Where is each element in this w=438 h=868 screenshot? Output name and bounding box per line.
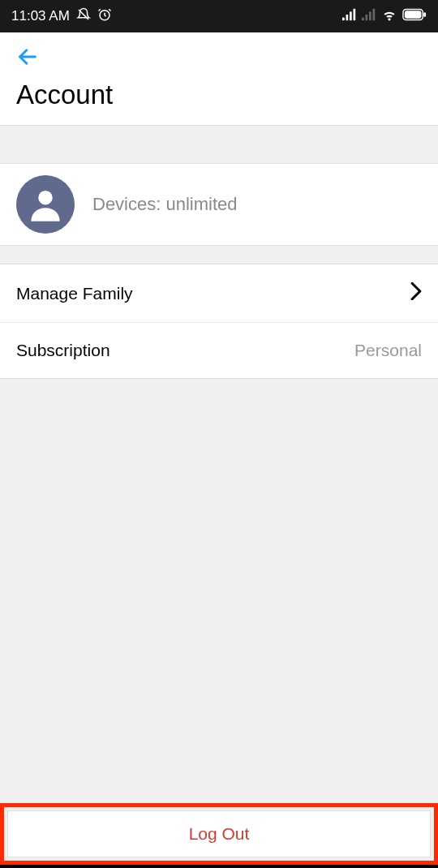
signal-1-icon (342, 8, 357, 25)
content-fill (0, 378, 438, 803)
svg-rect-11 (405, 11, 422, 18)
svg-rect-4 (350, 11, 352, 20)
svg-rect-12 (423, 12, 426, 17)
spacer (0, 245, 438, 264)
back-button[interactable] (16, 45, 39, 68)
svg-rect-7 (366, 15, 368, 20)
logout-button[interactable]: Log Out (7, 810, 431, 857)
wifi-icon (381, 8, 397, 25)
status-time: 11:03 AM (11, 8, 70, 24)
status-left: 11:03 AM (11, 7, 112, 26)
svg-rect-2 (342, 17, 345, 20)
status-bar: 11:03 AM (0, 0, 438, 32)
page-title: Account (16, 79, 422, 110)
chevron-right-icon (410, 282, 422, 304)
header: Account (0, 32, 438, 125)
spacer (0, 125, 438, 164)
svg-rect-3 (346, 15, 349, 20)
avatar (16, 175, 75, 234)
logout-highlight: Log Out (0, 803, 438, 865)
signal-2-icon (362, 8, 376, 25)
manage-family-label: Manage Family (16, 284, 133, 303)
svg-rect-9 (373, 8, 376, 19)
back-arrow-icon (16, 45, 39, 68)
alarm-icon (97, 7, 112, 26)
notification-muted-icon (76, 7, 91, 26)
status-right (342, 8, 427, 25)
bottom-strip (0, 865, 438, 868)
profile-row[interactable]: Devices: unlimited (0, 164, 438, 245)
manage-family-item[interactable]: Manage Family (0, 264, 438, 323)
devices-label: Devices: unlimited (92, 194, 238, 215)
subscription-value: Personal (354, 341, 422, 360)
battery-icon (402, 8, 427, 25)
svg-rect-5 (354, 8, 356, 19)
svg-point-14 (38, 191, 53, 205)
person-icon (25, 184, 66, 225)
subscription-item[interactable]: Subscription Personal (0, 323, 438, 378)
svg-rect-6 (362, 17, 364, 20)
svg-rect-8 (369, 11, 371, 20)
subscription-label: Subscription (16, 341, 110, 360)
